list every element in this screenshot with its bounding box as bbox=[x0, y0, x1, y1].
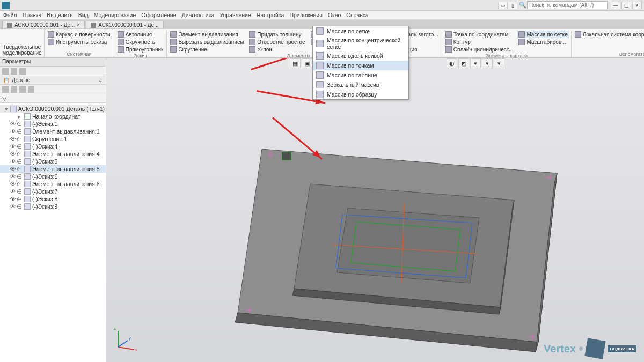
menu-apps[interactable]: Приложения bbox=[289, 12, 322, 18]
cut-btn[interactable]: Вырезать выдавливанием bbox=[169, 38, 245, 46]
tool-icon[interactable] bbox=[11, 68, 17, 75]
tree-root[interactable]: ▾АСКО.000000.001 Деталь (Тел-1) bbox=[0, 105, 106, 113]
menu-diagnostics[interactable]: Диагностика bbox=[182, 12, 215, 18]
tool-icon[interactable] bbox=[2, 68, 9, 75]
tree-item[interactable]: 👁∈(-)Эскиз:5 bbox=[0, 158, 106, 165]
ribbon-modeling-group: Твердотельное моделирование bbox=[0, 31, 45, 57]
draft-btn[interactable]: Уклон bbox=[248, 46, 306, 53]
watermark-text: Vertex bbox=[544, 343, 576, 355]
view-btn[interactable]: ▾ bbox=[482, 58, 493, 68]
dropdown-item[interactable]: Массив по сетке bbox=[313, 26, 408, 36]
menu-edit[interactable]: Правка bbox=[23, 12, 41, 18]
tree-item-label: (-)Эскиз:9 bbox=[32, 203, 57, 210]
surf-btn[interactable]: Каркас и поверхности bbox=[47, 31, 112, 38]
tree-item-label: (-)Эскиз:5 bbox=[32, 158, 57, 165]
point-btn[interactable]: Точка по координатам bbox=[444, 31, 515, 38]
svg-text:y: y bbox=[129, 336, 131, 341]
tree-item[interactable]: 👁∈(-)Эскиз:1 bbox=[0, 120, 106, 128]
tree-item[interactable]: 👁∈(-)Эскиз:7 bbox=[0, 188, 106, 195]
menu-window[interactable]: Окно bbox=[328, 12, 341, 18]
array-btn[interactable]: Массив по сетке bbox=[517, 31, 568, 38]
view-btn[interactable]: ▣ bbox=[302, 58, 312, 68]
menu-format[interactable]: Оформление bbox=[141, 12, 176, 18]
point-label: Точка по координатам bbox=[453, 32, 509, 38]
titlebar: ▭ ▯ 🔍 — ▢ ✕ bbox=[0, 0, 644, 11]
autoline-btn[interactable]: Автолиния bbox=[116, 31, 165, 38]
view-btn[interactable]: ▾ bbox=[470, 58, 481, 68]
layout-btn-1[interactable]: ▭ bbox=[498, 2, 508, 9]
surf-icon bbox=[48, 31, 54, 38]
sidebar: Параметры 📋Дерево⌄ ▽ ▾АСКО.000000.001 Де… bbox=[0, 58, 106, 362]
dropdown-item[interactable]: Массив по таблице bbox=[313, 70, 408, 80]
contour-label: Контур bbox=[453, 39, 471, 45]
view-btn[interactable]: ▾ bbox=[494, 58, 504, 68]
tree-tool-icon[interactable] bbox=[28, 86, 34, 93]
doc-tab-1[interactable]: АСКО.000000.001 - Де...× bbox=[2, 21, 85, 28]
search-icon: 🔍 bbox=[519, 2, 525, 9]
circle-btn[interactable]: Окружность bbox=[116, 38, 165, 46]
view-btn[interactable]: ◩ bbox=[458, 58, 469, 68]
scale-icon bbox=[518, 39, 525, 45]
tool-icon[interactable] bbox=[19, 68, 26, 75]
search-input[interactable] bbox=[527, 1, 608, 9]
tree-item[interactable]: 👁∈Скругление:1 bbox=[0, 135, 106, 143]
solid-modeling-button[interactable]: Твердотельное моделирование bbox=[2, 31, 42, 57]
tree-item-label: Элемент выдавливания:5 bbox=[32, 166, 100, 172]
view-btn[interactable]: ◐ bbox=[447, 58, 457, 68]
tree-item[interactable]: 👁∈Элемент выдавливания:5 bbox=[0, 165, 106, 173]
array-icon bbox=[518, 31, 525, 38]
feature-icon bbox=[24, 188, 31, 195]
menu-settings[interactable]: Настройка bbox=[257, 12, 284, 18]
close-button[interactable]: ✕ bbox=[632, 2, 642, 9]
sktools-btn[interactable]: Инструменты эскиза bbox=[47, 38, 112, 46]
viewport[interactable]: ▦ ▣ ◧ 🔍 ⤢ ◐ ◩ ▾ ▾ ▾ bbox=[106, 58, 644, 362]
fillet-btn[interactable]: Скругление bbox=[169, 46, 245, 53]
array-type-icon bbox=[316, 81, 324, 88]
scale-btn[interactable]: Масштабиров... bbox=[517, 38, 568, 46]
extrude-btn[interactable]: Элемент выдавливания bbox=[169, 31, 245, 38]
dropdown-item[interactable]: Зеркальный массив bbox=[313, 80, 408, 90]
tree-item[interactable]: 👁∈(-)Эскиз:9 bbox=[0, 203, 106, 210]
tree-tool-icon[interactable] bbox=[19, 86, 26, 93]
dropdown-item[interactable]: Массив по образцу bbox=[313, 90, 408, 99]
tree-item[interactable]: 👁∈Элемент выдавливания:6 bbox=[0, 180, 106, 188]
menu-file[interactable]: Файл bbox=[3, 12, 17, 18]
dropdown-item[interactable]: Массив по концентрической сетке bbox=[313, 36, 408, 51]
svg-text:x: x bbox=[135, 348, 137, 352]
view-btn[interactable]: ▦ bbox=[290, 58, 301, 68]
rect-btn[interactable]: Прямоугольник bbox=[116, 46, 165, 53]
menu-modeling[interactable]: Моделирование bbox=[94, 12, 136, 18]
part-icon bbox=[10, 106, 17, 112]
tree-origin[interactable]: ▸Начало координат bbox=[0, 113, 106, 120]
lcs-btn[interactable]: Локальная система коорд... bbox=[574, 31, 644, 38]
maximize-button[interactable]: ▢ bbox=[621, 2, 631, 9]
tree-item[interactable]: 👁∈Элемент выдавливания:1 bbox=[0, 128, 106, 135]
dropdown-item-label: Зеркальный массив bbox=[327, 82, 379, 88]
dropdown-item[interactable]: Массив по точкам bbox=[313, 61, 408, 70]
dropdown-item-label: Массив по сетке bbox=[327, 28, 370, 34]
doc-tab-2[interactable]: АСКО.000000.001 - Де... bbox=[86, 21, 163, 28]
tree-tool-icon[interactable] bbox=[2, 86, 9, 93]
hole-btn[interactable]: Отверстие простое bbox=[248, 38, 306, 46]
tree-item[interactable]: 👁∈Элемент выдавливания:4 bbox=[0, 150, 106, 158]
minimize-button[interactable]: — bbox=[611, 2, 620, 9]
tree-item[interactable]: 👁∈(-)Эскиз:6 bbox=[0, 173, 106, 180]
tree-header[interactable]: 📋Дерево⌄ bbox=[0, 76, 106, 85]
close-icon[interactable]: × bbox=[77, 22, 80, 28]
filter-row[interactable]: ▽ bbox=[0, 94, 106, 103]
menu-select[interactable]: Выделить bbox=[47, 12, 72, 18]
command-search: ▭ ▯ 🔍 bbox=[498, 1, 608, 9]
layout-btn-2[interactable]: ▯ bbox=[508, 2, 517, 9]
spline-btn[interactable]: Сплайн цилиндрическ... bbox=[444, 46, 515, 53]
menu-view[interactable]: Вид bbox=[78, 12, 89, 18]
menu-manage[interactable]: Управление bbox=[219, 12, 251, 18]
tree-tool-icon[interactable] bbox=[11, 86, 17, 93]
tree-item[interactable]: 👁∈(-)Эскиз:4 bbox=[0, 143, 106, 150]
contour-btn[interactable]: Контур bbox=[444, 38, 515, 46]
tree-item-label: (-)Эскиз:8 bbox=[32, 196, 57, 202]
dropdown-item[interactable]: Массив вдоль кривой bbox=[313, 51, 408, 61]
feature-icon bbox=[24, 121, 31, 127]
tree-item[interactable]: 👁∈(-)Эскиз:8 bbox=[0, 195, 106, 203]
thicken-btn[interactable]: Придать толщину bbox=[248, 31, 306, 38]
menu-help[interactable]: Справка bbox=[346, 12, 368, 18]
